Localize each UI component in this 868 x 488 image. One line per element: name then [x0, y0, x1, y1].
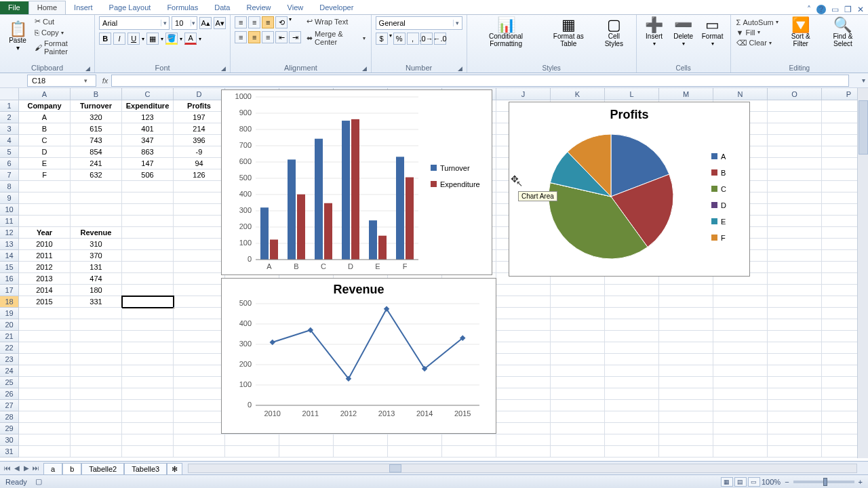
cell-N31[interactable] [713, 446, 768, 458]
col-header-L[interactable]: L [605, 88, 659, 100]
row-header-27[interactable]: 27 [0, 400, 19, 411]
cell-A21[interactable] [19, 331, 71, 342]
cell-styles-button[interactable]: ▢Cell Styles [596, 16, 632, 49]
cell-C20[interactable] [122, 319, 174, 331]
cell-N21[interactable] [713, 331, 768, 342]
cell-L17[interactable] [605, 285, 659, 296]
cell-K17[interactable] [551, 285, 605, 296]
cell-L29[interactable] [605, 423, 659, 434]
col-header-J[interactable]: J [496, 88, 551, 100]
cell-C3[interactable]: 401 [122, 123, 174, 135]
cell-C21[interactable] [122, 331, 174, 342]
cell-M28[interactable] [659, 411, 713, 423]
fx-icon[interactable]: fx [99, 77, 111, 85]
number-format-combo[interactable]: ▾ [376, 16, 462, 30]
tab-insert[interactable]: Insert [66, 1, 101, 14]
cell-B4[interactable]: 743 [71, 135, 122, 146]
help-icon[interactable]: ? [816, 5, 826, 14]
sheet-nav-buttons[interactable]: ⏮◀▶⏭ [0, 464, 43, 472]
cell-C28[interactable] [122, 411, 174, 423]
zoom-control[interactable]: 100% − + [762, 478, 863, 486]
cell-A16[interactable]: 2013 [19, 273, 71, 285]
cell-A30[interactable] [19, 434, 71, 446]
decrease-decimal-icon[interactable]: ←.0 [434, 33, 446, 45]
cell-B28[interactable] [71, 411, 122, 423]
col-header-N[interactable]: N [713, 88, 768, 100]
cell-J29[interactable] [496, 423, 551, 434]
cell-J18[interactable] [496, 296, 551, 308]
alignment-dialog-icon[interactable]: ◢ [362, 65, 367, 72]
cell-O5[interactable] [768, 146, 822, 158]
cell-D24[interactable] [174, 365, 225, 377]
currency-icon[interactable]: $ [376, 33, 388, 45]
row-header-19[interactable]: 19 [0, 308, 19, 319]
cell-K28[interactable] [551, 411, 605, 423]
cell-J19[interactable] [496, 308, 551, 319]
font-size-combo[interactable]: ▾ [172, 16, 197, 30]
paste-button[interactable]: 📋Paste▾ [4, 20, 31, 53]
italic-button[interactable]: I [113, 33, 125, 45]
row-header-29[interactable]: 29 [0, 423, 19, 434]
cell-D17[interactable] [174, 285, 225, 296]
cell-L21[interactable] [605, 331, 659, 342]
cell-A25[interactable] [19, 377, 71, 388]
align-right-icon[interactable]: ≡ [262, 31, 274, 43]
cell-A15[interactable]: 2012 [19, 262, 71, 273]
cell-N27[interactable] [713, 400, 768, 411]
align-top-icon[interactable]: ≡ [235, 16, 247, 28]
cell-C5[interactable]: 863 [122, 146, 174, 158]
cell-K24[interactable] [551, 365, 605, 377]
zoom-out-icon[interactable]: − [785, 478, 789, 486]
cell-O28[interactable] [768, 411, 822, 423]
cell-O25[interactable] [768, 377, 822, 388]
cell-O17[interactable] [768, 285, 822, 296]
merge-center-button[interactable]: ⬌Merge & Center▾ [305, 29, 367, 47]
percent-icon[interactable]: % [393, 33, 406, 45]
cell-B5[interactable]: 854 [71, 146, 122, 158]
cell-C23[interactable] [122, 354, 174, 365]
row-header-7[interactable]: 7 [0, 169, 19, 181]
cell-N28[interactable] [713, 411, 768, 423]
cell-A6[interactable]: E [19, 158, 71, 169]
cell-H30[interactable] [388, 434, 442, 446]
cell-A29[interactable] [19, 423, 71, 434]
cut-button[interactable]: ✂Cut [33, 16, 90, 26]
cell-D20[interactable] [174, 319, 225, 331]
row-header-16[interactable]: 16 [0, 273, 19, 285]
cell-B30[interactable] [71, 434, 122, 446]
cell-D6[interactable]: 94 [174, 158, 225, 169]
sheet-tab-tabelle2[interactable]: Tabelle2 [81, 463, 124, 474]
cell-D18[interactable] [174, 296, 225, 308]
find-select-button[interactable]: 🔍Find & Select [822, 16, 864, 49]
cell-A12[interactable]: Year [19, 227, 71, 239]
cell-D30[interactable] [174, 434, 225, 446]
tab-home[interactable]: Home [28, 1, 66, 14]
cell-K31[interactable] [551, 446, 605, 458]
cell-C10[interactable] [122, 204, 174, 216]
cell-A3[interactable]: B [19, 123, 71, 135]
cell-B14[interactable]: 370 [71, 250, 122, 262]
cell-C15[interactable] [122, 262, 174, 273]
cell-J23[interactable] [496, 354, 551, 365]
cell-D4[interactable]: 396 [174, 135, 225, 146]
cell-O4[interactable] [768, 135, 822, 146]
cell-A19[interactable] [19, 308, 71, 319]
align-center-icon[interactable]: ≡ [248, 31, 260, 43]
minimize-ribbon-icon[interactable]: ˄ [807, 5, 811, 14]
cell-E30[interactable] [225, 434, 279, 446]
col-header-C[interactable]: C [122, 88, 174, 100]
cell-L18[interactable] [605, 296, 659, 308]
cell-D9[interactable] [174, 192, 225, 204]
cell-C18[interactable] [122, 296, 174, 308]
cell-B19[interactable] [71, 308, 122, 319]
orientation-icon[interactable]: ⟲ [275, 16, 288, 28]
number-dialog-icon[interactable]: ◢ [458, 65, 462, 72]
cell-F31[interactable] [279, 446, 334, 458]
cell-M29[interactable] [659, 423, 713, 434]
cell-N29[interactable] [713, 423, 768, 434]
row-header-25[interactable]: 25 [0, 377, 19, 388]
cell-A24[interactable] [19, 365, 71, 377]
cell-F30[interactable] [279, 434, 334, 446]
cell-B3[interactable]: 615 [71, 123, 122, 135]
col-header-O[interactable]: O [768, 88, 822, 100]
